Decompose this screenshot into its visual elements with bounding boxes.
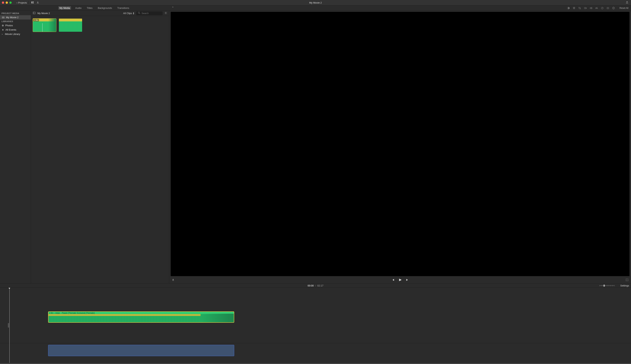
svg-point-16 — [138, 12, 140, 14]
svg-rect-7 — [584, 7, 586, 9]
color-balance-icon[interactable] — [567, 6, 570, 10]
fullscreen-icon[interactable] — [626, 278, 628, 282]
sidebar-item-all-events[interactable]: ★ All Events — [0, 28, 31, 32]
chevron-right-icon: ▸ — [2, 33, 4, 35]
sidebar-item-label: Photos — [5, 24, 13, 27]
clapperboard-icon — [2, 16, 5, 18]
sidebar: PROJECT MEDIA My Movie 2 LIBRARIES ✿ Pho… — [0, 11, 31, 283]
sidebar-item-label: All Events — [6, 28, 16, 31]
media-browser: My Movie 2 All Clips ▲▼ — [31, 11, 169, 283]
svg-rect-13 — [613, 8, 613, 9]
close-window-button[interactable] — [2, 2, 4, 4]
info-icon[interactable] — [612, 6, 615, 10]
browser-header: My Movie 2 All Clips ▲▼ — [31, 11, 169, 16]
time-current: 00:00 — [308, 284, 314, 287]
minimize-window-button[interactable] — [6, 2, 8, 4]
noise-reduction-icon[interactable] — [595, 6, 598, 10]
svg-point-18 — [165, 12, 166, 13]
timeline[interactable]: 1.9m – ninjoi. - Passin [Thematic Exclus… — [0, 288, 631, 363]
window-title: My Movie 2 — [309, 1, 322, 4]
preview-screen[interactable] — [171, 12, 629, 276]
volume-icon[interactable] — [589, 6, 592, 10]
transport-bar — [171, 277, 629, 283]
time-separator: / — [315, 284, 316, 287]
star-icon: ★ — [2, 28, 4, 31]
clip-duration-badge: 1.9m — [33, 19, 39, 22]
svg-rect-19 — [173, 279, 173, 280]
timeline-settings-button[interactable]: Settings — [620, 284, 629, 287]
main-split: PROJECT MEDIA My Movie 2 LIBRARIES ✿ Pho… — [0, 11, 631, 283]
prev-button[interactable] — [392, 278, 394, 282]
projects-label: Projects — [18, 1, 27, 4]
browser-title: My Movie 2 — [37, 12, 121, 15]
clip-label: 1.9m – ninjoi. - Passin [Thematic Exclus… — [49, 312, 95, 314]
filter-label: All Clips — [123, 12, 132, 15]
clip-filter-dropdown[interactable]: All Clips ▲▼ — [123, 12, 134, 15]
inspector-toolbar: Reset All — [567, 6, 628, 10]
svg-rect-2 — [33, 2, 34, 3]
timeline-background-clip[interactable] — [48, 345, 234, 356]
next-button[interactable] — [406, 278, 409, 282]
zoom-window-button[interactable] — [10, 2, 12, 4]
stabilization-icon[interactable] — [584, 6, 587, 10]
chevron-left-icon: ‹ — [17, 1, 17, 4]
crop-icon[interactable] — [578, 6, 581, 10]
tab-transitions[interactable]: Transitions — [116, 6, 130, 10]
sidebar-hdr-project-media: PROJECT MEDIA — [0, 12, 31, 15]
viewer-panel — [169, 11, 631, 283]
clip-grid: 1.9m — [31, 16, 169, 283]
voiceover-icon[interactable] — [171, 278, 174, 282]
svg-rect-1 — [33, 1, 34, 2]
zoom-slider[interactable] — [599, 285, 614, 286]
tab-titles[interactable]: Titles — [86, 6, 94, 10]
search-icon — [138, 12, 140, 15]
zoom-knob[interactable] — [603, 284, 605, 287]
media-clip-1[interactable]: 1.9m — [33, 18, 56, 32]
timecode-display: 00:00 / 02:17 — [308, 284, 323, 287]
svg-point-12 — [613, 7, 614, 8]
timeline-index-marker[interactable] — [8, 323, 9, 328]
import-icon[interactable] — [37, 1, 39, 4]
svg-rect-14 — [33, 12, 35, 14]
sidebar-hdr-libraries: LIBRARIES — [0, 20, 31, 23]
speed-icon[interactable] — [601, 6, 604, 10]
toggle-sidebar-icon[interactable] — [33, 12, 36, 15]
sidebar-item-label: My Movie 2 — [6, 16, 19, 19]
search-field[interactable] — [136, 12, 163, 15]
sidebar-item-project[interactable]: My Movie 2 — [0, 15, 31, 20]
photos-icon: ✿ — [2, 24, 4, 27]
browser-settings-icon[interactable] — [164, 12, 167, 15]
toolbar: My Media Audio Titles Backgrounds Transi… — [0, 6, 631, 11]
titlebar: ‹ Projects My Movie 2 — [0, 0, 631, 6]
share-icon[interactable] — [626, 1, 628, 4]
timeline-header: 00:00 / 02:17 Settings — [0, 283, 631, 288]
updown-icon: ▲▼ — [133, 12, 134, 15]
content-library-icon[interactable] — [31, 1, 34, 4]
tab-my-media[interactable]: My Media — [58, 6, 71, 10]
svg-line-17 — [140, 14, 140, 14]
svg-rect-0 — [31, 1, 32, 4]
time-total: 02:17 — [317, 284, 323, 287]
play-button[interactable] — [398, 278, 402, 282]
footer-bar — [0, 363, 631, 364]
sidebar-item-photos[interactable]: ✿ Photos — [0, 23, 31, 28]
sidebar-item-label: iMovie Library — [5, 33, 20, 36]
playback-controls — [392, 278, 409, 282]
tab-audio[interactable]: Audio — [74, 6, 83, 10]
clip-playhead-line — [42, 23, 43, 32]
clip-filter-icon[interactable] — [606, 6, 609, 10]
window-controls — [0, 2, 12, 4]
media-clip-2[interactable] — [59, 18, 82, 32]
color-correction-icon[interactable] — [572, 6, 575, 10]
search-input[interactable] — [141, 12, 161, 15]
sidebar-item-imovie-library[interactable]: ▸ iMovie Library — [0, 32, 31, 36]
enhance-icon[interactable] — [171, 6, 174, 10]
projects-back-button[interactable]: ‹ Projects — [15, 1, 29, 4]
browser-tabs: My Media Audio Titles Backgrounds Transi… — [58, 6, 130, 10]
timeline-divider — [0, 343, 631, 343]
timeline-audio-clip[interactable]: 1.9m – ninjoi. - Passin [Thematic Exclus… — [48, 312, 234, 323]
reset-all-button[interactable]: Reset All — [619, 7, 628, 10]
tab-backgrounds[interactable]: Backgrounds — [97, 6, 113, 10]
